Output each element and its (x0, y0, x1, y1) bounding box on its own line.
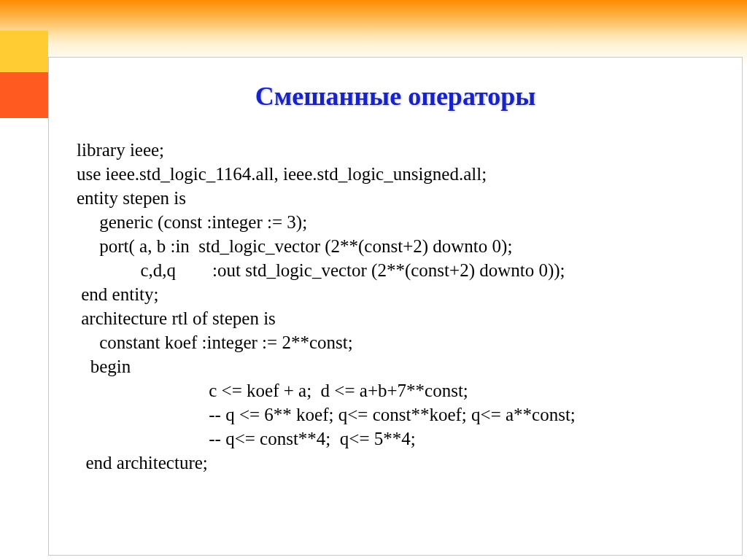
code-line: architecture rtl of stepen is (77, 308, 276, 328)
code-line: c <= koef + a; d <= a+b+7**const; (77, 381, 468, 400)
code-line: begin (77, 357, 131, 376)
code-line: -- q<= const**4; q<= 5**4; (77, 429, 416, 448)
code-line: port( a, b :in std_logic_vector (2**(con… (77, 236, 512, 256)
code-line: end entity; (77, 284, 158, 304)
code-line: entity stepen is (77, 188, 186, 208)
slide-title: Смешанные операторы (49, 81, 742, 112)
code-line: -- q <= 6** koef; q<= const**koef; q<= a… (77, 405, 576, 424)
content-frame: Смешанные операторы library ieee; use ie… (48, 57, 743, 556)
code-line: use ieee.std_logic_1164.all, ieee.std_lo… (77, 164, 487, 184)
code-line: c,d,q :out std_logic_vector (2**(const+2… (77, 260, 565, 280)
corner-accent (0, 31, 48, 118)
corner-accent-top (0, 31, 48, 72)
slide-container: Смешанные операторы library ieee; use ie… (0, 0, 747, 560)
code-line: generic (const :integer := 3); (77, 212, 307, 232)
code-line: constant koef :integer := 2**const; (77, 332, 353, 352)
code-line: end architecture; (77, 453, 208, 472)
code-block: library ieee; use ieee.std_logic_1164.al… (77, 138, 742, 475)
code-line: library ieee; (77, 140, 164, 160)
corner-accent-bottom (0, 72, 48, 118)
